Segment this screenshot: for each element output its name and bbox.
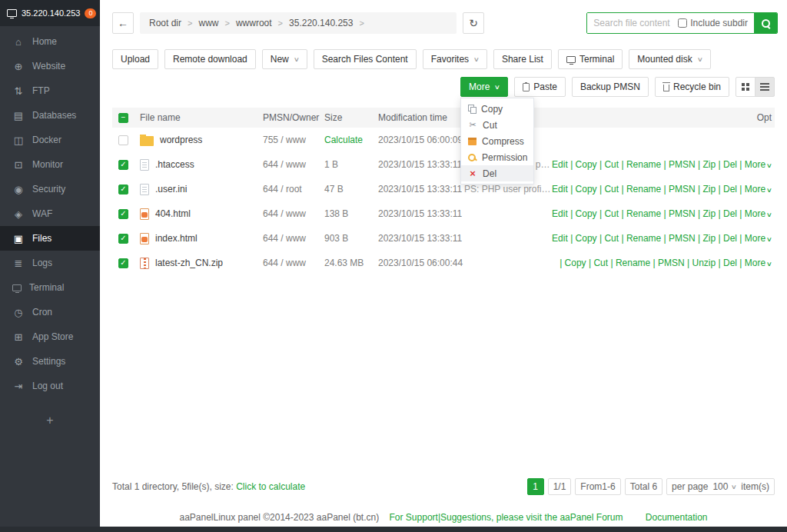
opt-link-del[interactable]: Del <box>723 159 737 170</box>
opt-link-copy[interactable]: Copy <box>565 258 586 268</box>
grid-view-button[interactable] <box>736 77 755 97</box>
opt-link-edit[interactable]: Edit <box>552 233 568 244</box>
calculate-size-link[interactable]: Click to calculate <box>236 481 305 492</box>
sidebar-item-terminal[interactable]: Terminal <box>0 275 100 300</box>
column-header-pmsn-owner[interactable]: PMSN/Owner <box>263 112 324 123</box>
backup-pmsn-button[interactable]: Backup PMSN <box>572 77 649 97</box>
refresh-button[interactable]: ↻ <box>463 12 484 34</box>
opt-link-zip[interactable]: Zip <box>703 159 716 170</box>
sidebar-item-files[interactable]: ▣Files <box>0 226 100 251</box>
opt-link-rename[interactable]: Rename <box>626 159 661 170</box>
per-page-select[interactable]: 100 ∨ <box>712 481 736 492</box>
opt-link-del[interactable]: Del <box>723 258 737 268</box>
select-all-checkbox[interactable]: − <box>118 113 128 123</box>
opt-link-copy[interactable]: Copy <box>576 159 597 170</box>
footer-forum-link[interactable]: For Support|Suggestions, please visit th… <box>390 512 623 523</box>
opt-link-rename[interactable]: Rename <box>626 184 661 195</box>
column-header-file-name[interactable]: File name <box>140 112 263 123</box>
sidebar-item-docker[interactable]: ◫Docker <box>0 128 100 152</box>
column-header-modification-time[interactable]: Modification time <box>378 112 464 123</box>
recycle-bin-button[interactable]: Recycle bin <box>655 77 729 97</box>
menu-item-del[interactable]: ×Del <box>461 165 533 181</box>
search-button[interactable] <box>754 12 777 34</box>
toolbar-button-favorites[interactable]: Favorites∨ <box>423 49 487 69</box>
opt-link-zip[interactable]: Zip <box>703 184 716 195</box>
opt-link-pmsn[interactable]: PMSN <box>669 159 696 170</box>
opt-link-cut[interactable]: Cut <box>604 233 619 244</box>
opt-link-cut[interactable]: Cut <box>604 159 619 170</box>
opt-link-copy[interactable]: Copy <box>576 208 597 219</box>
row-checkbox[interactable]: ✓ <box>118 234 128 244</box>
sidebar-item-monitor[interactable]: ⊡Monitor <box>0 152 100 177</box>
opt-link-cut[interactable]: Cut <box>593 258 608 268</box>
opt-link-cut[interactable]: Cut <box>604 184 619 195</box>
footer-docs-link[interactable]: Documentation <box>646 512 708 523</box>
file-name[interactable]: 404.html <box>155 208 191 219</box>
opt-link-del[interactable]: Del <box>723 184 737 195</box>
file-name[interactable]: .user.ini <box>155 184 187 195</box>
sidebar-item-website[interactable]: ⊕Website <box>0 54 100 78</box>
opt-link-rename[interactable]: Rename <box>616 258 650 268</box>
menu-item-compress[interactable]: Compress <box>461 133 533 149</box>
row-checkbox[interactable]: ✓ <box>118 209 128 219</box>
opt-link-pmsn[interactable]: PMSN <box>669 233 696 244</box>
notification-badge[interactable]: 0 <box>85 8 96 18</box>
opt-link-rename[interactable]: Rename <box>626 208 661 219</box>
sidebar-add-button[interactable]: + <box>0 409 100 432</box>
toolbar-button-new[interactable]: New∨ <box>262 49 307 69</box>
include-subdir[interactable]: Include subdir <box>678 18 754 28</box>
opt-link-edit[interactable]: Edit <box>552 208 568 219</box>
row-checkbox[interactable]: ✓ <box>118 258 128 268</box>
file-size[interactable]: Calculate <box>324 135 378 145</box>
opt-link-pmsn[interactable]: PMSN <box>658 258 685 268</box>
opt-link-unzip[interactable]: Unzip <box>692 258 716 268</box>
file-name[interactable]: .htaccess <box>155 159 194 170</box>
breadcrumb-item[interactable]: www <box>198 18 218 28</box>
sidebar-item-settings[interactable]: ⚙Settings <box>0 349 100 374</box>
opt-link-copy[interactable]: Copy <box>576 233 597 244</box>
toolbar-button-share-list[interactable]: Share List <box>493 49 552 69</box>
column-header-size[interactable]: Size <box>324 112 378 123</box>
toolbar-button-terminal[interactable]: Terminal <box>558 49 623 69</box>
opt-link-zip[interactable]: Zip <box>703 208 716 219</box>
file-name[interactable]: wordpress <box>160 135 202 145</box>
sidebar-item-ftp[interactable]: ⇅FTP <box>0 78 100 103</box>
row-checkbox[interactable]: ✓ <box>118 160 128 170</box>
menu-item-cut[interactable]: ✂Cut <box>461 117 533 133</box>
row-checkbox[interactable]: ✓ <box>118 185 128 195</box>
server-header[interactable]: 35.220.140.253 0 <box>0 0 100 26</box>
sidebar-item-logs[interactable]: ≣Logs <box>0 251 100 275</box>
toolbar-button-remote-download[interactable]: Remote download <box>164 49 256 69</box>
sidebar-item-cron[interactable]: ◷Cron <box>0 300 100 324</box>
paste-button[interactable]: Paste <box>514 77 566 97</box>
list-view-button[interactable] <box>755 77 775 97</box>
opt-link-zip[interactable]: Zip <box>703 233 716 244</box>
opt-link-more[interactable]: More∨ <box>745 233 772 244</box>
sidebar-item-databases[interactable]: ▤Databases <box>0 103 100 128</box>
sidebar-item-app-store[interactable]: ⊞App Store <box>0 324 100 349</box>
opt-link-cut[interactable]: Cut <box>604 208 619 219</box>
page-number-current[interactable]: 1 <box>527 478 544 495</box>
opt-link-copy[interactable]: Copy <box>576 184 597 195</box>
opt-link-more[interactable]: More∨ <box>745 208 772 219</box>
sidebar-item-waf[interactable]: ◈WAF <box>0 201 100 226</box>
file-name[interactable]: index.html <box>155 233 198 244</box>
sidebar-item-log-out[interactable]: ⇥Log out <box>0 374 100 398</box>
opt-link-pmsn[interactable]: PMSN <box>669 208 696 219</box>
row-checkbox[interactable] <box>118 135 128 145</box>
opt-link-edit[interactable]: Edit <box>552 184 568 195</box>
opt-link-more[interactable]: More∨ <box>745 258 772 268</box>
opt-link-del[interactable]: Del <box>723 233 737 244</box>
opt-link-rename[interactable]: Rename <box>626 233 661 244</box>
toolbar-button-upload[interactable]: Upload <box>112 49 158 69</box>
opt-link-more[interactable]: More∨ <box>745 184 772 195</box>
toolbar-button-mounted-disk[interactable]: Mounted disk∨ <box>629 49 710 69</box>
breadcrumb-item[interactable]: Root dir <box>149 18 181 28</box>
include-subdir-checkbox[interactable] <box>678 18 687 28</box>
menu-item-copy[interactable]: Copy <box>461 101 533 117</box>
opt-link-more[interactable]: More∨ <box>745 159 772 170</box>
opt-link-del[interactable]: Del <box>723 208 737 219</box>
file-name[interactable]: latest-zh_CN.zip <box>155 258 223 268</box>
menu-item-permission[interactable]: Permission <box>461 149 533 165</box>
search-input[interactable] <box>587 13 678 33</box>
